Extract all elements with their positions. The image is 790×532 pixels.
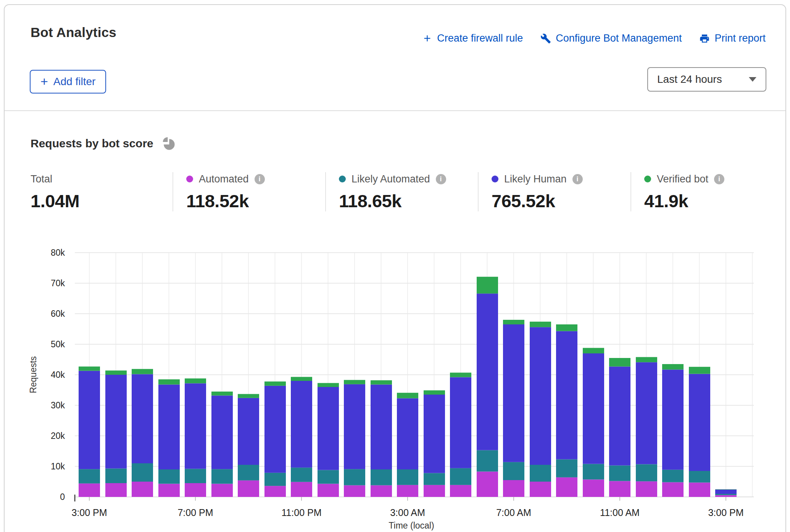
y-axis-title: Requests [28, 356, 38, 393]
bar-segment-verified-bot [132, 369, 153, 374]
bar-segment-likely-automated [344, 469, 365, 485]
bar-segment-verified-bot [397, 393, 418, 398]
y-axis-tick-label: 0 [60, 492, 65, 502]
bar-segment-verified-bot [689, 367, 710, 374]
y-axis-tick-label: 50k [51, 339, 65, 349]
bar-segment-likely-human [344, 384, 365, 469]
bar-11-00-pm[interactable] [291, 377, 312, 497]
bar-5-00-pm[interactable] [132, 369, 153, 497]
bar-segment-likely-human [530, 327, 551, 465]
bar-segment-automated [636, 481, 657, 497]
bar-10-00-pm[interactable] [264, 382, 286, 497]
bar-8-00-pm[interactable] [211, 392, 233, 497]
bar-segment-likely-automated [105, 469, 127, 483]
bar-segment-likely-automated [318, 470, 339, 484]
bar-segment-likely-human [609, 366, 630, 465]
bot-analytics-page: Bot Analytics Create firewall ruleConfig… [0, 0, 790, 532]
bar-segment-likely-human [318, 387, 339, 470]
bar-segment-likely-automated [79, 469, 100, 484]
bar-segment-verified-bot [318, 383, 339, 387]
bar-segment-likely-human [105, 375, 127, 469]
bar-2-00-am[interactable] [371, 380, 392, 497]
bar-segment-automated [344, 485, 365, 497]
bar-segment-verified-bot [609, 358, 630, 366]
bar-segment-automated [211, 484, 233, 497]
bar-segment-verified-bot [583, 348, 604, 353]
bar-segment-verified-bot [344, 380, 365, 384]
bar-segment-likely-automated [636, 464, 657, 481]
bar-segment-verified-bot [450, 372, 471, 377]
bar-segment-verified-bot [105, 371, 127, 375]
bar-segment-likely-automated [689, 471, 710, 482]
bar-segment-likely-automated [371, 469, 392, 485]
bar-7-00-pm[interactable] [185, 379, 206, 497]
bar-segment-likely-human [662, 369, 684, 469]
bar-segment-likely-human [185, 383, 206, 469]
bar-segment-automated [424, 485, 445, 497]
bar-4-00-am[interactable] [424, 390, 445, 497]
bar-segment-likely-human [211, 395, 233, 469]
bar-9-00-am[interactable] [556, 324, 577, 497]
bar-4-00-pm[interactable] [105, 371, 127, 497]
bar-segment-verified-bot [556, 324, 577, 331]
bar-segment-likely-human [238, 398, 259, 465]
bar-1-00-am[interactable] [344, 380, 365, 497]
y-axis-tick-label: 30k [51, 400, 65, 410]
bar-segment-automated [397, 485, 418, 497]
x-axis-tick-label: 7:00 PM [177, 507, 213, 518]
bar-segment-verified-bot [79, 366, 100, 371]
bar-segment-verified-bot [211, 392, 233, 395]
bar-10-00-am[interactable] [583, 348, 604, 497]
x-axis-tick-label: 3:00 PM [708, 507, 743, 518]
bar-1-00-pm[interactable] [662, 364, 684, 497]
bar-segment-likely-human [371, 385, 392, 469]
bar-2-00-pm[interactable] [689, 367, 710, 497]
x-axis-tick-label: 3:00 PM [71, 507, 107, 518]
requests-by-bot-score-chart: 010k20k30k40k50k60k70k80k3:00 PM7:00 PM1… [0, 0, 790, 532]
bar-segment-likely-automated [264, 473, 286, 486]
bar-segment-automated [662, 482, 684, 497]
bar-segment-likely-automated [132, 463, 153, 482]
y-axis-tick-label: 20k [51, 431, 65, 441]
bar-segment-likely-human [503, 324, 524, 462]
bar-segment-automated [158, 484, 180, 497]
bar-segment-verified-bot [158, 379, 180, 385]
bar-segment-likely-human [424, 395, 445, 473]
bar-segment-likely-automated [211, 469, 233, 484]
bar-segment-likely-automated [477, 450, 498, 472]
bar-segment-likely-human [689, 374, 710, 471]
bar-segment-automated [503, 480, 524, 497]
bar-segment-likely-human [79, 371, 100, 469]
bar-segment-automated [689, 482, 710, 497]
bar-segment-automated [105, 483, 127, 497]
bar-segment-likely-automated [238, 465, 259, 480]
y-axis-tick-label: 10k [51, 461, 65, 471]
x-axis-tick-label: 11:00 PM [281, 507, 321, 518]
bar-9-00-pm[interactable] [238, 394, 259, 497]
bar-segment-verified-bot [715, 489, 737, 490]
bar-segment-verified-bot [477, 277, 498, 293]
bar-5-00-am[interactable] [450, 372, 471, 497]
bar-segment-likely-human [556, 331, 577, 459]
bar-7-00-am[interactable] [503, 320, 524, 497]
bar-segment-likely-human [636, 362, 657, 464]
bar-11-00-am[interactable] [609, 358, 630, 497]
bar-6-00-am[interactable] [477, 277, 498, 497]
y-axis-tick-label: 60k [51, 309, 65, 319]
bar-segment-automated [132, 482, 153, 497]
x-axis-title: Time (local) [389, 521, 434, 530]
bar-segment-automated [715, 495, 737, 497]
bar-3-00-am[interactable] [397, 393, 418, 497]
bar-segment-likely-automated [450, 468, 471, 485]
bar-3-00-pm[interactable] [79, 366, 100, 497]
bar-8-00-am[interactable] [530, 322, 551, 497]
bar-segment-automated [185, 483, 206, 497]
bar-segment-likely-human [583, 353, 604, 464]
y-axis-tick-label: 40k [51, 370, 65, 380]
bar-12-00-pm[interactable] [636, 357, 657, 497]
bar-3-00-pm[interactable] [715, 489, 737, 497]
bar-6-00-pm[interactable] [158, 379, 180, 497]
bar-segment-automated [79, 484, 100, 497]
bar-12-00-am[interactable] [318, 383, 339, 497]
bar-segment-automated [318, 484, 339, 497]
